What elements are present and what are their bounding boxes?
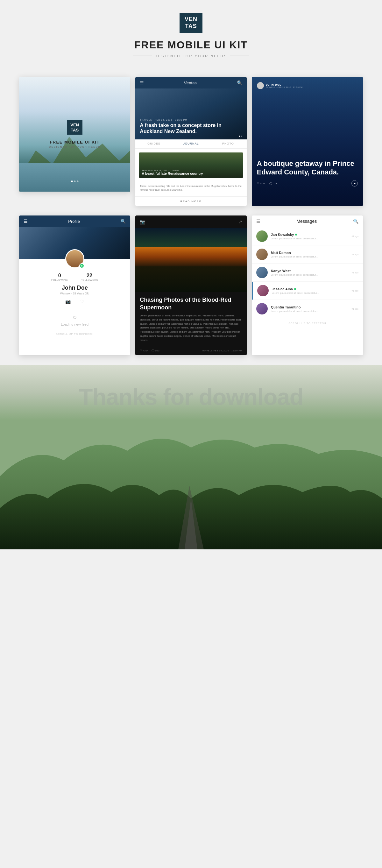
message-item-4[interactable]: Jessica Alba Lorem ipsum dolor sit amet,…: [252, 282, 363, 300]
messages-search-icon[interactable]: 🔍: [353, 219, 358, 224]
search-icon[interactable]: 🔍: [237, 80, 242, 85]
card-profile: ☰ Profile 🔍 ★ 0 Following 22 Followers J: [19, 216, 130, 355]
article-tag-label: TRAVELS FEB 14, 2016 · 11:30 PM: [201, 349, 242, 352]
online-dot-1: [295, 234, 297, 236]
article-likes: ♡ 4314: [140, 349, 148, 352]
msg-time-4: #1 ago: [352, 290, 358, 292]
loading-section: ↻ Loading new feed SCROLL UP TO REFRESH: [19, 308, 130, 342]
share-icon-dark[interactable]: ↗: [238, 219, 242, 224]
msg-time-2: #1 ago: [352, 253, 358, 256]
message-list: Jan Kowalsky Lorem ipsum dolor sit amet,…: [252, 227, 363, 318]
msg-name-kanye: Kanye West: [271, 269, 349, 273]
ground-layer: [135, 267, 246, 292]
card-journal: ☰ Ventas 🔍 TRAVELS · FEB 14, 2016 · 11:3…: [135, 77, 246, 206]
messages-title: Messages: [296, 219, 317, 224]
travel-comments: ◯ 523: [269, 182, 277, 185]
title-divider: DESIGNED FOR YOUR NEEDS: [0, 52, 382, 58]
msg-preview-5: Lorem ipsum dolor sit amet, consectetur.…: [271, 310, 349, 313]
water-bg: [19, 163, 130, 192]
heart-icon[interactable]: ♡: [80, 299, 84, 304]
author-info: JOHN DOE TRAVELS · FEB 14, 2016 · 11:30 …: [266, 83, 303, 88]
messages-menu-icon[interactable]: ☰: [256, 219, 260, 224]
hero-title: A fresh take on a concept store in Auckl…: [140, 122, 242, 134]
message-item-5[interactable]: Quentin Tarantino Lorem ipsum dolor sit …: [252, 300, 363, 318]
travel-likes: ♡ 4314: [257, 182, 265, 185]
profile-location: Warsaw · 25 Years Old: [19, 292, 130, 295]
stat-following: 0 Following: [51, 273, 68, 281]
profile-menu-icon[interactable]: ☰: [24, 219, 28, 224]
journal-header: ☰ Ventas 🔍: [135, 77, 246, 89]
cover-content: VEN TAS FREE MOBILE UI KIT DESIGNED FOR …: [49, 120, 101, 148]
article-dark-header: 📷 ↗: [135, 216, 246, 228]
msg-content-3: Kanye West Lorem ipsum dolor sit amet, c…: [271, 269, 349, 276]
avatar-quentin: [256, 303, 268, 314]
hero-dot-1: [239, 135, 240, 137]
messages-header: ☰ Messages 🔍: [252, 216, 363, 227]
avatar-jan: [256, 230, 268, 242]
journal-hero: TRAVELS · FEB 14, 2016 · 11:30 PM A fres…: [135, 89, 246, 140]
tab-photo[interactable]: PHOTO: [210, 140, 246, 148]
card-cover: VEN TAS FREE MOBILE UI KIT DESIGNED FOR …: [19, 77, 130, 192]
avatar-wrap: ★: [65, 249, 84, 268]
avatar-kanye: [256, 267, 268, 278]
card-article-dark: 📷 ↗ Chasing Photos of the Blood-Red Supe…: [135, 216, 246, 355]
card-travel: JOHN DOE TRAVELS · FEB 14, 2016 · 11:30 …: [252, 77, 363, 206]
profile-action-icons: 📷 ♡: [19, 295, 130, 308]
journal-tabs: GUIDES JOURNAL PHOTO: [135, 140, 246, 149]
thumb-tag: TRAVELS · FEB 14, 2016 · 11:30 PM: [142, 169, 203, 172]
avatar-matt: [256, 249, 268, 260]
msg-name-matt: Matt Damon: [271, 251, 349, 255]
article-dark-body: Lorem ipsum dolor sit amet, consectetur …: [135, 314, 246, 346]
msg-preview-3: Lorem ipsum dolor sit amet, consectetur.…: [271, 273, 349, 276]
message-item-2[interactable]: Matt Damon Lorem ipsum dolor sit amet, c…: [252, 245, 363, 264]
read-more-btn[interactable]: READ MORE: [135, 196, 246, 206]
logo: VEN TAS: [180, 13, 202, 33]
travel-content: JOHN DOE TRAVELS · FEB 14, 2016 · 11:30 …: [252, 77, 363, 192]
msg-time-5: #1 ago: [352, 308, 358, 310]
hero-tag: TRAVELS · FEB 14, 2016 · 11:30 PM: [140, 119, 242, 121]
page-header: VEN TAS FREE MOBILE UI KIT DESIGNED FOR …: [0, 0, 382, 67]
dot-1: [71, 181, 72, 182]
main-title: FREE MOBILE UI KIT: [0, 39, 382, 51]
followers-count: 22: [81, 273, 98, 279]
article-comments: ◯ 523: [152, 349, 159, 352]
tab-journal[interactable]: JOURNAL: [172, 140, 210, 148]
stat-followers: 22 Followers: [81, 273, 98, 281]
online-badge: ★: [79, 263, 84, 268]
msg-time-3: #1 ago: [352, 272, 358, 274]
profile-header: ☰ Profile 🔍: [19, 216, 130, 227]
thanks-section: Thanks for download: [0, 365, 382, 549]
article-dark-footer: ♡ 4314 ◯ 523 TRAVELS FEB 14, 2016 · 11:3…: [135, 346, 246, 355]
travel-title: A boutique getaway in Prince Edward Coun…: [257, 159, 358, 176]
messages-scroll-hint: SCROLL UP TO REFRESH: [252, 318, 363, 329]
hero-dot-2: [241, 135, 242, 137]
menu-icon[interactable]: ☰: [140, 80, 144, 85]
following-label: Following: [51, 279, 68, 281]
dot-2: [74, 181, 75, 182]
msg-name-jan: Jan Kowalsky: [271, 233, 349, 237]
author-row: JOHN DOE TRAVELS · FEB 14, 2016 · 11:30 …: [257, 82, 358, 89]
msg-content-5: Quentin Tarantino Lorem ipsum dolor sit …: [271, 305, 349, 313]
msg-content-4: Jessica Alba Lorem ipsum dolor sit amet,…: [272, 287, 349, 294]
profile-hero: ★: [19, 227, 130, 259]
loading-text: Loading new feed: [26, 322, 124, 326]
article-thumbnail: TRAVELS · FEB 14, 2016 · 11:30 PM A beau…: [139, 152, 243, 178]
article-dark-hero: [135, 228, 246, 292]
thanks-text: Thanks for download: [0, 384, 382, 410]
msg-content-2: Matt Damon Lorem ipsum dolor sit amet, c…: [271, 251, 349, 258]
profile-name: John Doe: [19, 284, 130, 291]
play-button[interactable]: ▶: [351, 180, 358, 187]
following-count: 0: [51, 273, 68, 279]
msg-name-quentin: Quentin Tarantino: [271, 305, 349, 309]
msg-preview-4: Lorem ipsum dolor sit amet, consectetur.…: [272, 291, 349, 294]
author-name: JOHN DOE: [266, 83, 303, 86]
profile-search-icon[interactable]: 🔍: [120, 219, 126, 224]
followers-label: Followers: [81, 279, 98, 281]
message-item-1[interactable]: Jan Kowalsky Lorem ipsum dolor sit amet,…: [252, 227, 363, 245]
camera-icon[interactable]: 📷: [65, 299, 71, 304]
msg-name-jessica: Jessica Alba: [272, 287, 349, 291]
message-item-3[interactable]: Kanye West Lorem ipsum dolor sit amet, c…: [252, 264, 363, 282]
tab-guides[interactable]: GUIDES: [135, 140, 172, 148]
cover-title: FREE MOBILE UI KIT: [49, 140, 101, 145]
thumb-text: TRAVELS · FEB 14, 2016 · 11:30 PM A beau…: [139, 167, 205, 178]
